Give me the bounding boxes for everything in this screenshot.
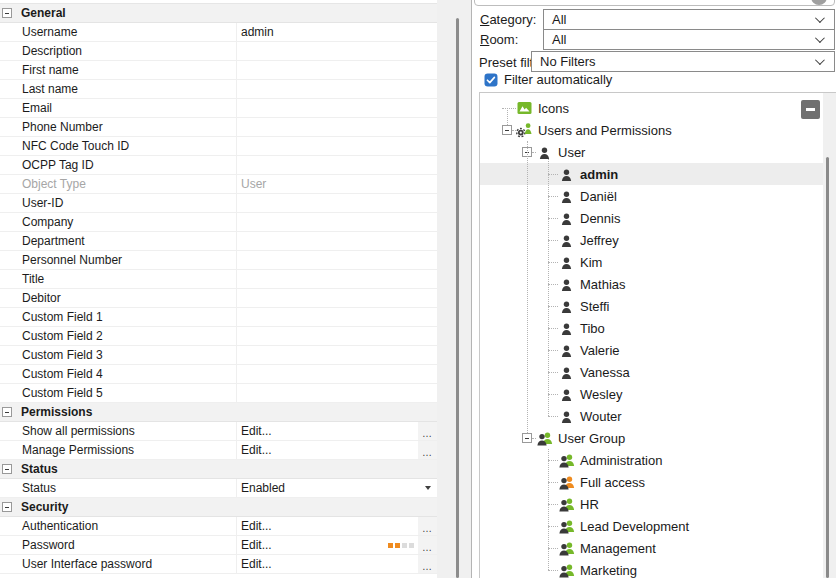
collapse-minus-icon[interactable] bbox=[2, 502, 12, 512]
tree-item-hr[interactable]: HR bbox=[480, 493, 823, 515]
row-value[interactable] bbox=[237, 194, 418, 212]
row-value[interactable]: Edit... bbox=[237, 422, 418, 440]
collapse-minus-icon[interactable] bbox=[2, 407, 12, 417]
tree-expander-minus-icon[interactable] bbox=[522, 433, 532, 443]
tree-item-mathias[interactable]: Mathias bbox=[480, 273, 823, 295]
tree-scrollbar-thumb[interactable] bbox=[826, 157, 829, 578]
row-value[interactable] bbox=[237, 365, 418, 383]
pg-row-company: Company bbox=[0, 213, 437, 232]
collapse-minus-icon[interactable] bbox=[2, 8, 12, 18]
row-value[interactable]: Edit... bbox=[237, 536, 418, 554]
row-value[interactable]: Enabled bbox=[237, 479, 418, 497]
tree-expander-minus-icon[interactable] bbox=[502, 125, 512, 135]
row-label: Custom Field 3 bbox=[0, 346, 237, 364]
row-value[interactable]: Edit... bbox=[237, 441, 418, 459]
filter-automatically-checkbox[interactable]: Filter automatically bbox=[484, 72, 612, 87]
tree-item-user-group[interactable]: User Group bbox=[480, 427, 823, 449]
section-header-security[interactable]: Security bbox=[0, 498, 437, 517]
tree-item-users-and-permissions[interactable]: Users and Permissions bbox=[480, 119, 823, 141]
row-trail bbox=[418, 61, 437, 79]
room-value: All bbox=[552, 32, 566, 47]
tree-item-wesley[interactable]: Wesley bbox=[480, 383, 823, 405]
section-header-permissions[interactable]: Permissions bbox=[0, 403, 437, 422]
row-value[interactable] bbox=[237, 137, 418, 155]
row-value[interactable]: admin bbox=[237, 23, 418, 41]
tree-item-marketing[interactable]: Marketing bbox=[480, 559, 823, 578]
tree-item-admin[interactable]: admin bbox=[480, 163, 823, 185]
tree-item-valerie[interactable]: Valerie bbox=[480, 339, 823, 361]
row-value[interactable]: Edit... bbox=[237, 555, 418, 573]
row-value[interactable] bbox=[237, 156, 418, 174]
ellipsis-button[interactable]: … bbox=[418, 422, 437, 440]
collapse-minus-icon[interactable] bbox=[2, 464, 12, 474]
pg-row-user-id: User-ID bbox=[0, 194, 437, 213]
preset-filters-select[interactable]: No Filters bbox=[531, 51, 835, 72]
row-value[interactable] bbox=[237, 327, 418, 345]
pg-row-password: PasswordEdit...… bbox=[0, 536, 437, 555]
ellipsis-button[interactable]: … bbox=[418, 441, 437, 459]
row-value[interactable]: User bbox=[237, 175, 418, 193]
dropdown-button[interactable] bbox=[418, 479, 437, 497]
tree-item-vanessa[interactable]: Vanessa bbox=[480, 361, 823, 383]
user-icon bbox=[558, 298, 575, 314]
tree-connector bbox=[502, 108, 516, 109]
tree-item-wouter[interactable]: Wouter bbox=[480, 405, 823, 427]
tree-item-label: Full access bbox=[580, 475, 645, 490]
row-value[interactable] bbox=[237, 270, 418, 288]
tree-item-user[interactable]: User bbox=[480, 141, 823, 163]
row-value[interactable] bbox=[237, 213, 418, 231]
tree-item-label: Kim bbox=[580, 255, 602, 270]
tree-item-kim[interactable]: Kim bbox=[480, 251, 823, 273]
section-title: General bbox=[21, 6, 66, 20]
section-header-general[interactable]: General bbox=[0, 4, 437, 23]
row-value[interactable]: Edit... bbox=[237, 517, 418, 535]
row-value[interactable] bbox=[237, 80, 418, 98]
section-header-status[interactable]: Status bbox=[0, 460, 437, 479]
tree-item-jeffrey[interactable]: Jeffrey bbox=[480, 229, 823, 251]
category-select[interactable]: All bbox=[543, 9, 835, 30]
pg-row-object-type: Object TypeUser bbox=[0, 175, 437, 194]
ellipsis-button[interactable]: … bbox=[418, 555, 437, 573]
tree-item-label: HR bbox=[580, 497, 599, 512]
tree-item-dennis[interactable]: Dennis bbox=[480, 207, 823, 229]
ellipsis-button[interactable]: … bbox=[418, 517, 437, 535]
strength-square bbox=[388, 543, 393, 548]
tree-item-label: Marketing bbox=[580, 563, 637, 578]
tree-item-full-access[interactable]: Full access bbox=[480, 471, 823, 493]
tree-expander-minus-icon[interactable] bbox=[522, 147, 532, 157]
tree-item-label: Wesley bbox=[580, 387, 622, 402]
row-value[interactable] bbox=[237, 118, 418, 136]
strength-square bbox=[409, 543, 414, 548]
row-value[interactable] bbox=[237, 384, 418, 402]
tree-item-tibo[interactable]: Tibo bbox=[480, 317, 823, 339]
row-label: OCPP Tag ID bbox=[0, 156, 237, 174]
tree-item-label: Jeffrey bbox=[580, 233, 619, 248]
row-value[interactable] bbox=[237, 346, 418, 364]
tree-item-administration[interactable]: Administration bbox=[480, 449, 823, 471]
tree-panel: IconsUsers and PermissionsUseradminDanië… bbox=[479, 92, 836, 578]
collapse-all-button[interactable] bbox=[801, 100, 820, 119]
ellipsis-button[interactable]: … bbox=[418, 536, 437, 554]
room-select[interactable]: All bbox=[543, 29, 835, 50]
tree-item-label: Mathias bbox=[580, 277, 626, 292]
row-value[interactable] bbox=[237, 42, 418, 60]
row-value[interactable] bbox=[237, 251, 418, 269]
row-label: Debitor bbox=[0, 289, 237, 307]
row-value[interactable] bbox=[237, 232, 418, 250]
row-label: Custom Field 2 bbox=[0, 327, 237, 345]
tree-item-label: Lead Development bbox=[580, 519, 689, 534]
left-scrollbar-thumb[interactable] bbox=[456, 18, 459, 578]
group-green-icon bbox=[558, 496, 575, 512]
row-value[interactable] bbox=[237, 308, 418, 326]
tree-item-dani-l[interactable]: Daniël bbox=[480, 185, 823, 207]
row-value[interactable] bbox=[237, 289, 418, 307]
tree-item-management[interactable]: Management bbox=[480, 537, 823, 559]
tree-item-lead-development[interactable]: Lead Development bbox=[480, 515, 823, 537]
pg-row-department: Department bbox=[0, 232, 437, 251]
tree-item-steffi[interactable]: Steffi bbox=[480, 295, 823, 317]
row-value[interactable] bbox=[237, 99, 418, 117]
tree-item-icons[interactable]: Icons bbox=[480, 97, 823, 119]
pg-row-custom-field-5: Custom Field 5 bbox=[0, 384, 437, 403]
row-trail bbox=[418, 232, 437, 250]
row-value[interactable] bbox=[237, 61, 418, 79]
